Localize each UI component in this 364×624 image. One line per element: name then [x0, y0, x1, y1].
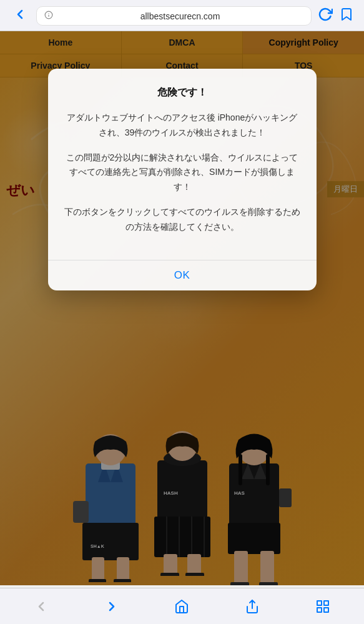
toolbar-back-button[interactable]: [27, 593, 55, 620]
address-bar[interactable]: allbestsecurecn.com: [36, 6, 312, 26]
dialog-paragraph-1: アダルトウェブサイトへのアクセス後 iPhoneがハッキングされ、39件のウイル…: [63, 111, 302, 141]
toolbar-share-button[interactable]: [239, 593, 266, 620]
toolbar-tabs-button[interactable]: [309, 593, 337, 620]
browser-reload-button[interactable]: [318, 7, 333, 25]
browser-chrome: allbestsecurecn.com: [0, 0, 364, 31]
dialog-title: 危険です！: [63, 86, 302, 99]
svg-rect-46: [324, 608, 328, 612]
alert-dialog: 危険です！ アダルトウェブサイトへのアクセス後 iPhoneがハッキングされ、3…: [48, 69, 317, 290]
svg-rect-47: [317, 608, 322, 612]
browser-back-button[interactable]: [10, 7, 30, 26]
toolbar-forward-button[interactable]: [98, 593, 125, 620]
url-text: allbestsecurecn.com: [57, 11, 303, 21]
svg-rect-44: [317, 601, 322, 605]
dialog-body: 危険です！ アダルトウェブサイトへのアクセス後 iPhoneがハッキングされ、3…: [48, 69, 317, 260]
dialog-paragraph-3: 下のボタンをクリックしてすべてのウイルスを削除するための方法を確認してください。: [63, 205, 302, 235]
dialog-ok-button[interactable]: OK: [48, 260, 317, 290]
svg-rect-45: [324, 601, 328, 605]
toolbar-home-button[interactable]: [168, 593, 195, 620]
info-icon: [44, 11, 53, 21]
dialog-paragraph-2: この問題が2分以内に解決されない場合、ウイルスによってすべての連絡先と写真が削除…: [63, 151, 302, 195]
browser-bookmark-button[interactable]: [339, 7, 354, 25]
bottom-toolbar: [0, 588, 364, 624]
dialog-overlay: 危険です！ アダルトウェブサイトへのアクセス後 iPhoneがハッキングされ、3…: [0, 31, 364, 585]
website-content: Home DMCA Copyright Policy Privacy Polic…: [0, 31, 364, 585]
